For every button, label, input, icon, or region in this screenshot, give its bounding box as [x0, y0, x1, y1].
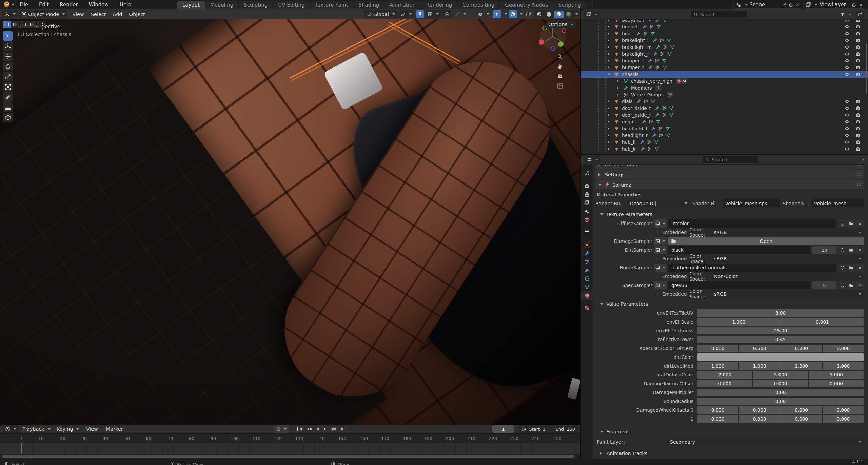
tool-annotate[interactable] [3, 92, 13, 102]
paint-layer-dropdown[interactable]: Secondary [667, 438, 864, 446]
hide-eye-icon[interactable] [844, 99, 850, 104]
mesh-data-icon[interactable] [669, 106, 674, 111]
item-name[interactable]: dials [622, 99, 632, 104]
gizmo-axis-z-neg[interactable] [551, 46, 555, 51]
modifier-wrench-icon[interactable] [648, 65, 653, 70]
value-field[interactable]: 2.000 [697, 371, 752, 379]
texture-name-field[interactable]: grey33 [668, 281, 810, 289]
render-camera-icon[interactable] [855, 24, 861, 30]
hide-eye-icon[interactable] [844, 105, 850, 111]
value-field[interactable]: 0.000 [739, 415, 780, 423]
vertex-group-icon[interactable] [647, 140, 652, 144]
shading-material-button[interactable] [554, 11, 564, 18]
fake-user-shield-button[interactable] [838, 219, 846, 228]
outliner-row[interactable]: boot [581, 30, 868, 37]
select-extend-button[interactable] [11, 21, 19, 28]
tool-select-box[interactable] [3, 31, 13, 41]
hide-eye-icon[interactable] [844, 58, 850, 63]
hide-eye-icon[interactable] [844, 20, 850, 23]
mesh-data-icon[interactable] [670, 45, 675, 50]
color-space-dropdown[interactable]: Non-Color [711, 273, 864, 280]
vertex-group-icon[interactable] [655, 20, 660, 22]
pan-view-icon[interactable] [557, 63, 563, 69]
item-name[interactable]: bodyshell [622, 20, 644, 23]
hide-eye-icon[interactable] [844, 133, 850, 138]
zoom-view-icon[interactable] [557, 54, 563, 59]
expand-arrow-icon[interactable] [608, 148, 611, 150]
value-field[interactable]: 0.00 [697, 398, 864, 405]
expand-arrow-icon[interactable] [608, 120, 611, 123]
viewport-menu-item[interactable]: View [69, 12, 87, 17]
modifier-wrench-icon[interactable] [640, 140, 645, 144]
copy-icon[interactable] [852, 2, 857, 7]
unlink-x-button[interactable]: × [856, 219, 864, 228]
topbar-menu-item[interactable]: File [14, 0, 34, 9]
modifier-wrench-icon[interactable] [648, 58, 652, 63]
item-name[interactable]: bumper_r [622, 65, 644, 70]
modifier-wrench-icon[interactable] [636, 99, 641, 104]
render-camera-icon[interactable] [855, 72, 861, 77]
render-camera-icon[interactable] [855, 126, 861, 131]
outliner-row[interactable]: bumper_r [581, 64, 868, 71]
expand-arrow-icon[interactable] [608, 100, 611, 103]
playback-menu[interactable]: Playback [20, 425, 53, 433]
embedded-checkbox[interactable] [656, 292, 659, 297]
gizmo-axis-x-neg[interactable] [562, 28, 566, 33]
workspace-tab[interactable]: Animation [384, 1, 420, 9]
render-camera-icon[interactable] [855, 146, 861, 152]
select-set-button[interactable] [3, 21, 11, 28]
hide-eye-icon[interactable] [844, 72, 850, 77]
mesh-data-icon[interactable] [651, 99, 655, 104]
outliner-row[interactable]: brakelight_l [581, 37, 868, 44]
outliner-scrollbar[interactable] [866, 43, 867, 94]
scene-selector[interactable]: Scene × [733, 1, 802, 9]
gizmo-axis-x[interactable] [539, 39, 544, 45]
item-name[interactable]: hub_lf [622, 139, 636, 145]
outliner-row[interactable]: bonnet [581, 23, 868, 30]
expand-arrow-icon[interactable] [608, 66, 611, 69]
hide-eye-icon[interactable] [844, 31, 850, 36]
hide-eye-icon[interactable] [844, 119, 850, 124]
item-name[interactable]: Vertex Groups [631, 92, 664, 97]
modifier-wrench-icon[interactable] [655, 113, 659, 117]
timeline-tracks[interactable] [0, 443, 580, 454]
value-field[interactable]: 0.000 [823, 415, 864, 423]
workspace-tab[interactable]: Texture Paint [310, 1, 353, 9]
topbar-menu-item[interactable]: Render [54, 0, 83, 9]
workspace-tab[interactable]: UV Editing [273, 1, 310, 9]
viewlayer-name[interactable]: ViewLayer [820, 2, 850, 8]
panel-sollumz[interactable]: Sollumz [595, 180, 864, 189]
start-frame-field[interactable]: 1 [542, 427, 545, 432]
vertex-group-icon[interactable] [659, 133, 664, 138]
tab-physics[interactable] [581, 266, 593, 274]
vertex-group-icon[interactable] [662, 113, 667, 117]
modifier-wrench-icon[interactable] [648, 20, 653, 22]
viewport-menu-item[interactable]: Add [110, 12, 126, 17]
workspace-tab[interactable]: Scripting [553, 1, 586, 9]
color-space-dropdown[interactable]: sRGB [711, 229, 864, 236]
playhead-line[interactable] [21, 443, 22, 454]
falloff-dropdown[interactable] [453, 10, 469, 18]
modifier-wrench-icon[interactable] [656, 45, 660, 50]
hide-eye-icon[interactable] [844, 44, 850, 50]
item-name[interactable]: hub_rf [622, 153, 636, 154]
outliner-row[interactable]: Modifiers [581, 84, 868, 91]
texture-name-field[interactable]: intcolor [668, 219, 836, 228]
subpanel-texture-parameters[interactable]: Texture Parameters [600, 210, 864, 218]
expand-arrow-icon[interactable] [617, 93, 620, 96]
outliner-row[interactable]: engine [581, 118, 868, 125]
modifier-wrench-icon[interactable] [653, 52, 658, 56]
gizmo-axis-y[interactable] [558, 41, 564, 47]
modifier-wrench-icon[interactable] [636, 31, 641, 36]
vertex-group-icon[interactable] [655, 58, 659, 63]
value-field[interactable]: 0.000 [753, 380, 808, 387]
item-name[interactable]: chassis_very_high [631, 78, 672, 84]
options-button[interactable]: Options [546, 20, 576, 28]
value-field[interactable]: 0.500 [739, 345, 780, 352]
shader-name-field[interactable]: vehicle_mesh [811, 199, 864, 207]
outliner-row[interactable]: Vertex Groups [581, 91, 868, 98]
render-camera-icon[interactable] [855, 133, 861, 138]
tab-modifiers[interactable] [581, 249, 593, 257]
vertex-group-icon[interactable] [643, 31, 648, 36]
expand-arrow-icon[interactable] [608, 53, 611, 55]
